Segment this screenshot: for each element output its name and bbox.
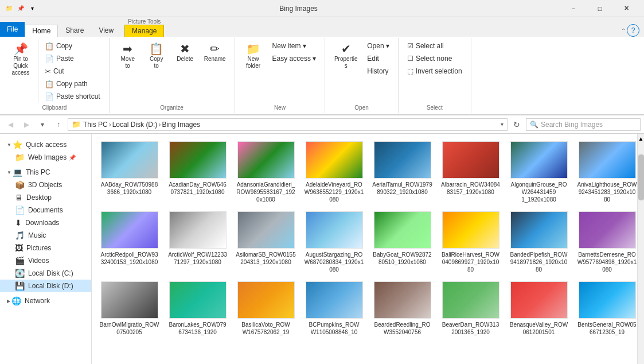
copy-button[interactable]: 📋 Copy [41, 40, 104, 52]
new-folder-button[interactable]: 📁 New folder [240, 40, 267, 72]
path-bing-images[interactable]: Bing Images [162, 121, 200, 129]
clipboard-group-content: 📌 Pin to Quick access 📋 Copy 📄 Paste ✂ C… [2, 39, 107, 103]
address-chevron[interactable]: ▾ [501, 121, 504, 127]
list-item[interactable]: BaliRiceHarvest_ROW0409869927_1920x1080 [438, 208, 504, 276]
sidebar-item-this-pc[interactable]: ▼ 💻 This PC [0, 166, 91, 179]
tab-file[interactable]: File [0, 22, 25, 37]
list-item[interactable]: ArcticWolf_ROW1223371297_1920x1080 [165, 208, 231, 276]
select-group-content: ☑ Select all ☐ Select none ⬚ Invert sele… [401, 39, 469, 103]
path-this-pc[interactable]: This PC [83, 121, 108, 129]
expand-icon-network: ▶ [7, 299, 10, 304]
sidebar-item-documents[interactable]: 📄 Documents [0, 204, 91, 216]
edit-button[interactable]: Edit [363, 53, 393, 64]
list-item[interactable]: BeardedReedling_ROW3552040756 [369, 278, 435, 339]
scroll-up-button[interactable]: ▲ [638, 134, 644, 143]
list-item[interactable]: BarnettsDemesne_ROW9577694898_1920x1080 [574, 208, 637, 276]
rename-button[interactable]: ✏ Rename [200, 40, 230, 65]
scrollbar-thumb[interactable] [638, 154, 644, 200]
copy-to-button[interactable]: 📋 Copy to [143, 40, 170, 72]
sidebar-item-music[interactable]: 🎵 Music [0, 229, 91, 242]
dropdown-icon[interactable]: ▾ [28, 4, 37, 13]
list-item[interactable]: AdansoniaGrandidieri_ROW9895583167_1920x… [233, 138, 299, 206]
address-path[interactable]: 📁 This PC › Local Disk (D:) › Bing Image… [68, 118, 508, 131]
file-content[interactable]: AABday_ROW7509883666_1920x1080AcadianDay… [92, 134, 637, 364]
list-item[interactable]: BarnOwlMigratio_ROW07500205 [96, 278, 162, 339]
list-item[interactable]: BabyGoat_ROW9287280510_1920x1080 [369, 208, 435, 276]
sidebar-item-quick-access[interactable]: ▼ ⭐ Quick access [0, 138, 91, 151]
web-images-icon: 📁 [15, 153, 25, 162]
list-item[interactable]: BeaverDam_ROW3132001365_1920 [438, 278, 504, 339]
quick-access-label: Quick access [26, 141, 67, 149]
delete-button[interactable]: ✖ Delete [171, 40, 199, 65]
forward-button[interactable]: ▶ [19, 118, 33, 131]
sidebar-item-web-images[interactable]: 📁 Web Images 📌 [0, 151, 91, 164]
open-button[interactable]: Open ▾ [363, 40, 393, 52]
file-thumbnail [374, 141, 431, 179]
back-button[interactable]: ◀ [3, 118, 17, 131]
sidebar-item-desktop[interactable]: 🖥 Desktop [0, 191, 91, 204]
list-item[interactable]: AerialTamul_ROW1979890322_1920x1080 [369, 138, 435, 206]
sidebar-item-local-disk-d[interactable]: 💾 Local Disk (D:) [0, 280, 91, 292]
list-item[interactable]: AcadianDay_ROW6460737821_1920x1080 [165, 138, 231, 206]
list-item[interactable]: Albarracin_ROW3408483157_1920x1080 [438, 138, 504, 206]
paste-button[interactable]: 📄 Paste [41, 53, 104, 64]
list-item[interactable]: BentsGeneral_ROW0566712305_19 [574, 278, 637, 339]
minimize-button[interactable]: − [560, 0, 587, 17]
history-button[interactable]: History [363, 65, 393, 77]
list-item[interactable]: AABday_ROW7509883666_1920x1080 [96, 138, 162, 206]
list-item[interactable]: AdelaideVineyard_ROW9638552129_1920x1080 [301, 138, 367, 206]
copy-path-button[interactable]: 📋 Copy path [41, 78, 104, 90]
tab-manage[interactable]: Manage [124, 25, 164, 37]
documents-icon: 📄 [15, 206, 25, 215]
easy-access-button[interactable]: Easy access ▾ [268, 53, 321, 64]
maximize-button[interactable]: □ [587, 0, 613, 17]
tab-view[interactable]: View [91, 24, 121, 37]
list-item[interactable]: BCPumpkins_ROW W1105008846_10 [301, 278, 367, 339]
list-item[interactable]: BaronLakes_ROW0796734136_1920 [165, 278, 231, 339]
refresh-button[interactable]: ↻ [510, 118, 524, 131]
pin-to-quick-access-button[interactable]: 📌 Pin to Quick access [5, 40, 37, 79]
ribbon-collapse-btn[interactable]: ⌃ [621, 28, 626, 34]
select-none-button[interactable]: ☐ Select none [403, 53, 466, 64]
invert-selection-button[interactable]: ⬚ Invert selection [403, 65, 466, 77]
path-folder-icon: 📁 [72, 120, 81, 129]
file-name: BarnettsDemesne_ROW9577694898_1920x1080 [577, 251, 637, 273]
videos-label: Videos [28, 257, 49, 265]
tab-share[interactable]: Share [58, 24, 91, 37]
new-label: New [237, 103, 323, 112]
close-button[interactable]: ✕ [613, 0, 639, 17]
cut-button[interactable]: ✂ Cut [41, 65, 104, 77]
sidebar-item-videos[interactable]: 🎬 Videos [0, 254, 91, 267]
help-button[interactable]: ? [627, 24, 639, 37]
sidebar-item-pictures[interactable]: 🖼 Pictures [0, 242, 91, 254]
local-disk-c-icon: 💽 [15, 269, 25, 278]
new-item-button[interactable]: New item ▾ [268, 40, 321, 52]
sidebar-item-downloads[interactable]: ⬇ Downloads [0, 216, 91, 229]
list-item[interactable]: BasilicaVoto_ROW W1675782062_19 [233, 278, 299, 339]
path-sep-1: › [109, 121, 111, 129]
path-sep-2: › [158, 121, 161, 129]
up-button[interactable]: ↑ [52, 118, 65, 131]
scrollbar[interactable]: ▲ ▼ [637, 134, 644, 364]
list-item[interactable]: ArcticRedpoll_ROW9332400153_1920x1080 [96, 208, 162, 276]
file-name: BarnOwlMigratio_ROW07500205 [99, 321, 159, 336]
downloads-label: Downloads [25, 219, 59, 227]
list-item[interactable]: AlgonquinGrouse_ROW264431459 1_1920x1080 [506, 138, 572, 206]
paste-shortcut-button[interactable]: 📄 Paste shortcut [41, 91, 104, 102]
search-box[interactable]: 🔍 Search Bing Images [526, 118, 641, 131]
list-item[interactable]: BenasqueValley_ROW0612001501 [506, 278, 572, 339]
sidebar-item-3d-objects[interactable]: 📦 3D Objects [0, 179, 91, 191]
select-all-button[interactable]: ☑ Select all [403, 40, 466, 52]
recent-locations-button[interactable]: ▾ [36, 118, 49, 131]
properties-button[interactable]: ✔ Properties [330, 40, 362, 72]
list-item[interactable]: AnivaLighthouse_ROW9243451283_1920x1080 [574, 138, 637, 206]
list-item[interactable]: AsilomarSB_ROW0155204313_1920x1080 [233, 208, 299, 276]
sidebar-item-local-disk-c[interactable]: 💽 Local Disk (C:) [0, 267, 91, 280]
list-item[interactable]: AugustStargazing_ROW6870280834_1920x1080 [301, 208, 367, 276]
path-local-disk[interactable]: Local Disk (D:) [112, 121, 158, 129]
list-item[interactable]: BandedPipefish_ROW9418971826_1920x1080 [506, 208, 572, 276]
tab-home[interactable]: Home [25, 25, 58, 37]
file-name: AsilomarSB_ROW0155204313_1920x1080 [236, 251, 296, 266]
move-to-button[interactable]: ➡ Move to [114, 40, 142, 72]
sidebar-item-network[interactable]: ▶ 🌐 Network [0, 295, 91, 307]
